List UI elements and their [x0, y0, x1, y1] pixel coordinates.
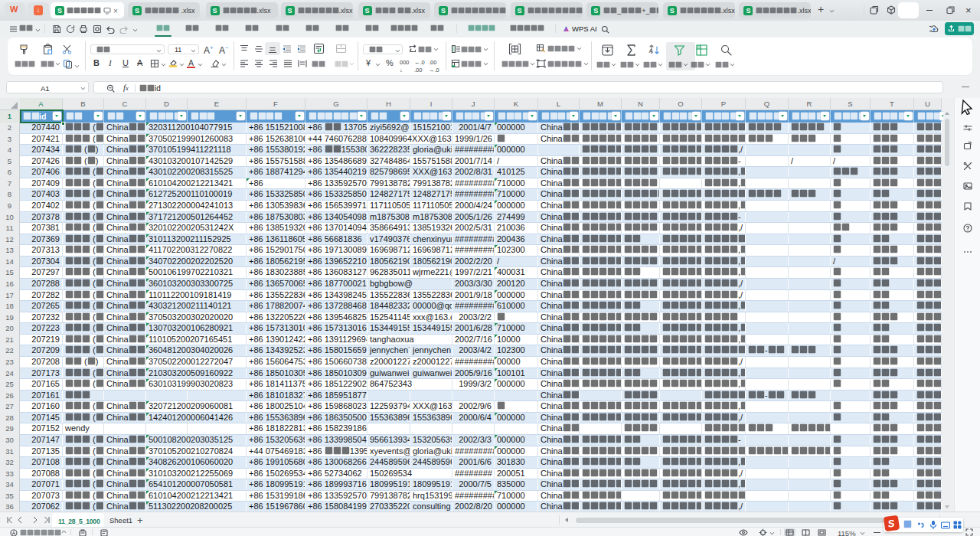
svg-text:A: A	[649, 47, 654, 54]
